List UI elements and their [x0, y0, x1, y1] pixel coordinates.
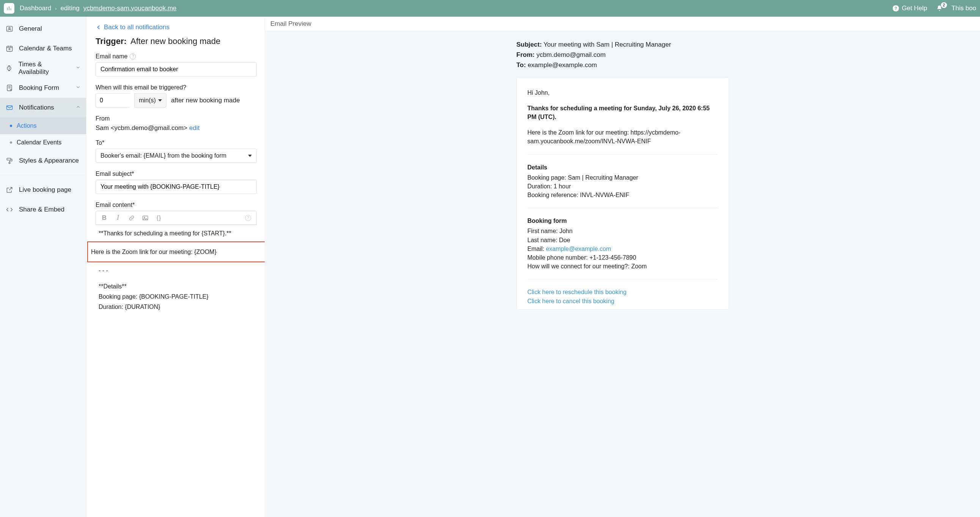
topbar-right: ? Get Help 2 This boo	[892, 5, 976, 12]
trigger-time-label: When will this email be triggered?	[95, 84, 260, 91]
content-line[interactable]: Duration: {DURATION}	[95, 302, 257, 312]
sidebar: General Calendar & Teams Times & Availab…	[0, 17, 86, 517]
notifications-bell-button[interactable]: 2	[935, 5, 943, 12]
preview-email-link[interactable]: example@example.com	[546, 246, 611, 252]
breadcrumb-dashboard[interactable]: Dashboard	[20, 5, 51, 12]
calendar-icon	[5, 45, 14, 52]
content-label: Email content*	[95, 201, 260, 208]
user-card-icon	[5, 25, 14, 33]
chevron-down-icon	[75, 65, 81, 72]
to-label: To*	[95, 140, 260, 146]
form-icon	[5, 84, 14, 92]
sidebar-item-styles[interactable]: Styles & Appearance	[0, 151, 86, 171]
topbar: Dashboard › editing ycbmdemo-sam.youcanb…	[0, 0, 980, 17]
this-booking-truncated[interactable]: This boo	[951, 5, 976, 12]
paint-roller-icon	[5, 157, 14, 165]
bullet-icon	[10, 125, 12, 127]
mail-icon	[5, 104, 14, 111]
preview-form-line: Mobile phone number: +1-123-456-7890	[528, 253, 718, 262]
bullet-icon	[10, 141, 12, 144]
subject-label: Email subject*	[95, 171, 260, 178]
italic-button[interactable]: I	[114, 214, 122, 222]
preview-form-line: First name: John	[528, 227, 718, 235]
sidebar-item-booking-form[interactable]: Booking Form	[0, 78, 86, 98]
variable-button[interactable]: {}	[155, 214, 163, 222]
trigger-after-text: after new booking made	[171, 97, 240, 104]
trigger-delay-input[interactable]	[95, 93, 130, 108]
get-help-button[interactable]: ? Get Help	[892, 5, 927, 12]
back-to-notifications-link[interactable]: Back to all notifications	[95, 24, 260, 31]
content-editor-body[interactable]: **Thanks for scheduling a meeting for {S…	[95, 225, 257, 316]
content-blank-line[interactable]	[95, 276, 257, 281]
help-icon[interactable]: ?	[130, 54, 136, 60]
notification-editor: Back to all notifications Trigger: After…	[86, 17, 265, 517]
svg-rect-16	[7, 106, 13, 109]
editor-toolbar: B I {} ?	[96, 211, 256, 225]
sidebar-sub-actions[interactable]: Actions	[0, 117, 86, 134]
chevron-right-icon: ›	[55, 6, 57, 11]
caret-down-icon	[248, 155, 252, 157]
svg-text:?: ?	[894, 6, 897, 11]
svg-point-6	[9, 27, 10, 29]
chevron-down-icon	[75, 84, 81, 92]
watch-icon	[5, 65, 13, 72]
preview-form-line: Email: example@example.com	[528, 244, 718, 253]
preview-meta: Subject: Your meeting with Sam | Recruit…	[517, 40, 729, 70]
cancel-link[interactable]: Click here to cancel this booking	[528, 298, 614, 304]
sidebar-item-notifications[interactable]: Notifications	[0, 98, 86, 117]
svg-rect-7	[7, 46, 13, 51]
sidebar-sub-calendar-events[interactable]: Calendar Events	[0, 134, 86, 151]
breadcrumb-page-link[interactable]: ycbmdemo-sam.youcanbook.me	[83, 5, 177, 12]
chevron-left-icon	[95, 24, 102, 30]
breadcrumb-editing-label: editing	[61, 5, 80, 12]
preview-form-line: How will we connect for our meeting?: Zo…	[528, 262, 718, 271]
sidebar-item-share-embed[interactable]: Share & Embed	[0, 200, 86, 219]
preview-details-heading: Details	[528, 163, 718, 172]
link-button[interactable]	[128, 214, 135, 222]
caret-down-icon	[158, 99, 162, 101]
from-edit-link[interactable]: edit	[189, 124, 199, 132]
from-value: Sam <ycbm.demo@gmail.com> edit	[95, 124, 260, 132]
sidebar-item-calendar-teams[interactable]: Calendar & Teams	[0, 39, 86, 59]
sidebar-item-general[interactable]: General	[0, 19, 86, 39]
editor-help-icon[interactable]: ?	[244, 214, 252, 222]
reschedule-link[interactable]: Click here to reschedule this booking	[528, 289, 627, 295]
email-name-input[interactable]	[95, 62, 257, 76]
preview-detail-line: Booking reference: INVL-NVWA-ENIF	[528, 191, 718, 199]
preview-body: Hi John, Thanks for scheduling a meeting…	[517, 77, 729, 310]
external-link-icon	[5, 186, 14, 194]
svg-point-11	[9, 49, 10, 50]
notification-count-badge: 2	[941, 2, 947, 8]
image-button[interactable]	[142, 214, 149, 222]
preview-greeting: Hi John,	[528, 88, 718, 97]
content-line[interactable]: Booking page: {BOOKING-PAGE-TITLE}	[95, 292, 257, 302]
from-label: From	[95, 115, 260, 122]
sidebar-divider	[0, 175, 86, 176]
svg-point-20	[144, 217, 145, 217]
preview-form-line: Last name: Doe	[528, 236, 718, 244]
preview-detail-line: Duration: 1 hour	[528, 182, 718, 191]
app-logo[interactable]	[4, 3, 14, 14]
content-zoom-line-highlighted[interactable]: Here is the Zoom link for our meeting: {…	[87, 241, 265, 262]
preview-detail-line: Booking page: Sam | Recruiting Manager	[528, 173, 718, 182]
sidebar-item-live-page[interactable]: Live booking page	[0, 180, 86, 200]
svg-rect-17	[7, 158, 11, 160]
sidebar-item-times[interactable]: Times & Availability	[0, 59, 86, 78]
email-preview-panel: Email Preview Subject: Your meeting with…	[265, 17, 980, 517]
preview-header: Email Preview	[265, 17, 980, 31]
trigger-heading: Trigger: After new booking made	[95, 36, 260, 46]
email-name-label: Email name ?	[95, 53, 260, 60]
bold-button[interactable]: B	[100, 214, 108, 222]
subject-input[interactable]	[95, 180, 257, 194]
preview-form-heading: Booking form	[528, 216, 718, 225]
chevron-up-icon	[75, 104, 81, 111]
content-line[interactable]: - - -	[95, 265, 257, 276]
svg-rect-18	[9, 162, 10, 163]
to-select[interactable]: Booker's email: {EMAIL} from the booking…	[95, 149, 257, 163]
content-line[interactable]: **Details**	[95, 281, 257, 292]
breadcrumb: Dashboard › editing ycbmdemo-sam.youcanb…	[20, 5, 177, 12]
code-icon	[5, 206, 14, 213]
preview-zoom-text: Here is the Zoom link for our meeting: h…	[528, 128, 718, 146]
content-line[interactable]: **Thanks for scheduling a meeting for {S…	[95, 228, 257, 238]
trigger-unit-select[interactable]: min(s)	[134, 93, 167, 108]
